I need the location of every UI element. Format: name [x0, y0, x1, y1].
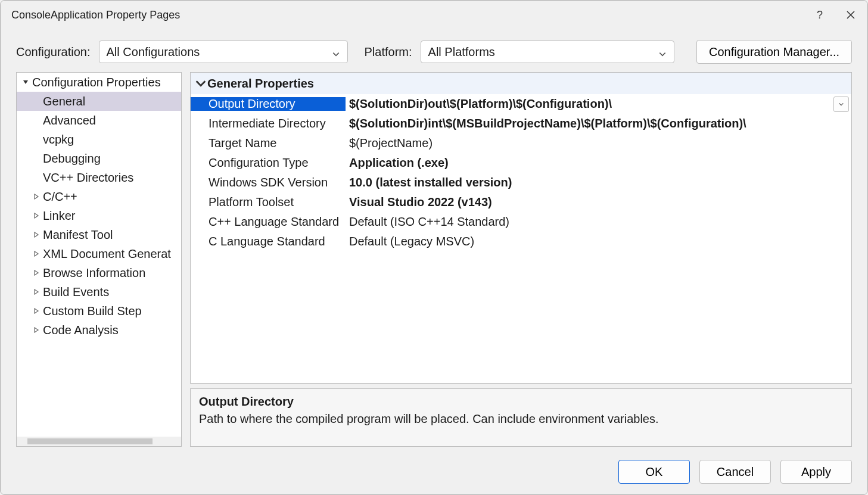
tree-item-custom-build-step[interactable]: Custom Build Step: [17, 301, 181, 320]
grid-section-header[interactable]: General Properties: [191, 73, 851, 94]
description-title: Output Directory: [199, 395, 843, 409]
ok-button[interactable]: OK: [618, 460, 690, 484]
tree-item-label: General: [43, 95, 85, 108]
configuration-value: All Configurations: [107, 45, 200, 59]
triangle-right-icon: [31, 325, 42, 335]
tree-item-browse-information[interactable]: Browse Information: [17, 263, 181, 282]
help-icon[interactable]: ?: [813, 8, 827, 22]
tree-item-label: Code Analysis: [43, 323, 119, 337]
property-label: Windows SDK Version: [191, 176, 346, 189]
property-grid: General Properties Output Directory$(Sol…: [190, 72, 852, 384]
tree-item-label: Browse Information: [43, 266, 145, 280]
tree-item-label: Build Events: [43, 285, 109, 299]
close-icon[interactable]: [844, 8, 858, 22]
property-value[interactable]: $(SolutionDir)out\$(Platform)\$(Configur…: [346, 97, 833, 111]
chevron-down-icon: [332, 48, 340, 56]
property-row-target-name[interactable]: Target Name$(ProjectName): [191, 133, 851, 153]
property-row-c-language-standard[interactable]: C Language StandardDefault (Legacy MSVC): [191, 232, 851, 251]
property-label: Target Name: [191, 136, 346, 150]
tree-item-linker[interactable]: Linker: [17, 206, 181, 225]
tree-item-build-events[interactable]: Build Events: [17, 282, 181, 301]
tree-item-xml-document-generat[interactable]: XML Document Generat: [17, 244, 181, 263]
property-label: Output Directory: [191, 97, 346, 111]
tree-root[interactable]: Configuration Properties: [17, 73, 181, 92]
property-value[interactable]: Application (.exe): [346, 156, 851, 170]
tree-item-vcpkg[interactable]: vcpkg: [17, 130, 181, 149]
triangle-right-icon: [31, 191, 42, 202]
chevron-down-icon: [194, 77, 207, 90]
description-text: Path to where the compiled program will …: [199, 412, 843, 426]
horizontal-scrollbar[interactable]: [17, 437, 181, 446]
tree-item-code-analysis[interactable]: Code Analysis: [17, 320, 181, 340]
property-label: Configuration Type: [191, 156, 346, 170]
titlebar: ConsoleApplication Property Pages ?: [1, 1, 867, 29]
property-value[interactable]: 10.0 (latest installed version): [346, 176, 851, 189]
property-row-c-language-standard[interactable]: C++ Language StandardDefault (ISO C++14 …: [191, 212, 851, 232]
triangle-right-icon: [31, 229, 42, 240]
property-value[interactable]: $(ProjectName): [346, 136, 851, 150]
cancel-button[interactable]: Cancel: [699, 460, 771, 484]
platform-value: All Platforms: [428, 45, 495, 59]
property-row-intermediate-directory[interactable]: Intermediate Directory$(SolutionDir)int\…: [191, 114, 851, 133]
property-label: Intermediate Directory: [191, 117, 346, 130]
triangle-right-icon: [31, 267, 42, 278]
tree-item-general[interactable]: General: [17, 92, 181, 111]
platform-label: Platform:: [365, 45, 412, 59]
tree-root-label: Configuration Properties: [32, 76, 161, 89]
property-row-configuration-type[interactable]: Configuration TypeApplication (.exe): [191, 153, 851, 173]
property-value-dropdown[interactable]: [833, 96, 849, 112]
tree-item-label: Manifest Tool: [43, 228, 113, 242]
tree-item-debugging[interactable]: Debugging: [17, 149, 181, 168]
platform-select[interactable]: All Platforms: [421, 41, 674, 63]
category-tree[interactable]: Configuration PropertiesGeneralAdvancedv…: [16, 72, 182, 447]
triangle-right-icon: [31, 287, 42, 297]
triangle-right-icon: [31, 210, 42, 221]
property-value[interactable]: $(SolutionDir)int\$(MSBuildProjectName)\…: [346, 117, 851, 130]
tree-item-manifest-tool[interactable]: Manifest Tool: [17, 225, 181, 244]
tree-item-label: XML Document Generat: [43, 247, 171, 261]
tree-item-label: Debugging: [43, 152, 101, 166]
chevron-down-icon: [658, 48, 667, 56]
tree-item-label: VC++ Directories: [43, 171, 133, 185]
property-row-output-directory[interactable]: Output Directory$(SolutionDir)out\$(Plat…: [191, 94, 851, 114]
tree-item-c-c-[interactable]: C/C++: [17, 187, 181, 206]
tree-item-label: vcpkg: [43, 133, 74, 147]
property-value[interactable]: Default (ISO C++14 Standard): [346, 215, 851, 229]
tree-item-label: Advanced: [43, 114, 96, 127]
footer: OK Cancel Apply: [1, 454, 867, 494]
grid-section-title: General Properties: [207, 77, 314, 91]
description-panel: Output Directory Path to where the compi…: [190, 388, 852, 447]
configuration-label: Configuration:: [16, 45, 91, 59]
tree-item-advanced[interactable]: Advanced: [17, 111, 181, 130]
tree-item-label: Linker: [43, 209, 75, 223]
property-value[interactable]: Visual Studio 2022 (v143): [346, 195, 851, 209]
apply-button[interactable]: Apply: [780, 460, 852, 484]
triangle-right-icon: [31, 306, 42, 316]
tree-item-label: Custom Build Step: [43, 304, 142, 318]
window-title: ConsoleApplication Property Pages: [11, 9, 813, 21]
property-label: C++ Language Standard: [191, 215, 346, 229]
tree-item-label: C/C++: [43, 190, 77, 204]
property-value[interactable]: Default (Legacy MSVC): [346, 235, 851, 248]
property-row-platform-toolset[interactable]: Platform ToolsetVisual Studio 2022 (v143…: [191, 192, 851, 212]
triangle-right-icon: [31, 248, 42, 259]
triangle-down-icon: [20, 77, 31, 88]
tree-item-vc-directories[interactable]: VC++ Directories: [17, 168, 181, 187]
configuration-manager-button[interactable]: Configuration Manager...: [696, 40, 852, 64]
property-pages-dialog: ConsoleApplication Property Pages ? Conf…: [0, 0, 868, 495]
configuration-select[interactable]: All Configurations: [99, 41, 348, 63]
toolbar: Configuration: All Configurations Platfo…: [1, 29, 867, 72]
property-label: C Language Standard: [191, 235, 346, 248]
property-label: Platform Toolset: [191, 195, 346, 209]
property-row-windows-sdk-version[interactable]: Windows SDK Version10.0 (latest installe…: [191, 173, 851, 192]
